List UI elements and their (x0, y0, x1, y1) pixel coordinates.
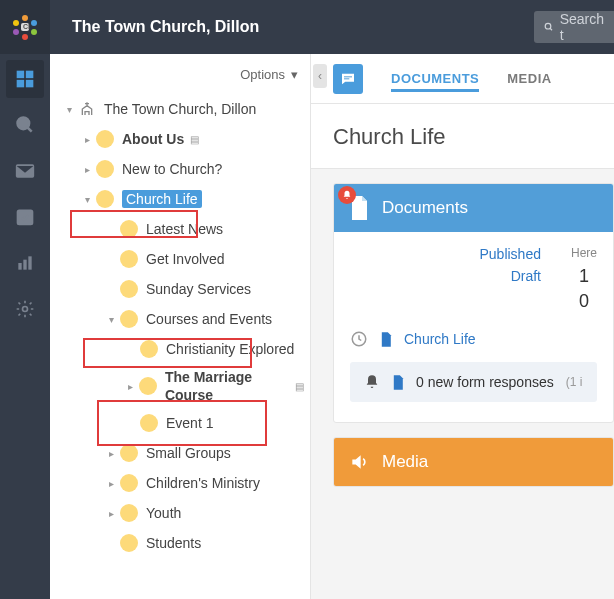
topbar: Ci The Town Church, Dillon Search t (0, 0, 614, 54)
tree-item-students[interactable]: Students (56, 528, 304, 558)
svg-rect-20 (28, 256, 31, 269)
note-icon: ▤ (295, 381, 304, 392)
form-responses-text: 0 new form responses (416, 374, 554, 390)
documents-panel-header: Documents (334, 184, 613, 232)
folder-icon (120, 504, 138, 522)
documents-panel-title: Documents (382, 198, 468, 218)
caret-down-icon: ▾ (82, 194, 92, 205)
nav-mail[interactable] (6, 152, 44, 190)
file-icon (392, 375, 404, 390)
svg-rect-11 (26, 71, 34, 79)
svg-rect-12 (17, 80, 25, 88)
tree-item-church-life[interactable]: ▾ Church Life (56, 184, 304, 214)
nav-stats[interactable] (6, 244, 44, 282)
published-here-value: 1 (571, 266, 597, 287)
tree-item-sunday-services[interactable]: Sunday Services (56, 274, 304, 304)
tree-item-childrens-ministry[interactable]: ▸ Children's Ministry (56, 468, 304, 498)
folder-icon (120, 250, 138, 268)
svg-point-14 (18, 118, 30, 130)
page-title: Church Life (311, 104, 614, 169)
folder-icon (96, 160, 114, 178)
note-icon: ▤ (190, 134, 199, 145)
media-panel-title: Media (382, 452, 428, 472)
tree-root[interactable]: ▾ The Town Church, Dillon (56, 94, 304, 124)
here-header: Here (571, 246, 597, 260)
tree-item-latest-news[interactable]: Latest News (56, 214, 304, 244)
media-panel-header: Media (334, 438, 613, 486)
app-logo[interactable]: Ci (0, 0, 50, 54)
folder-icon (120, 280, 138, 298)
tree-item-get-involved[interactable]: Get Involved (56, 244, 304, 274)
folder-icon (139, 377, 157, 395)
alert-badge (338, 186, 356, 204)
svg-rect-10 (17, 71, 25, 79)
folder-icon (140, 414, 158, 432)
tree-item-christianity-explored[interactable]: Christianity Explored (56, 334, 304, 364)
tab-documents[interactable]: DOCUMENTS (391, 71, 479, 92)
recent-document-row[interactable]: Church Life (350, 330, 597, 348)
calendar-check-icon (15, 207, 35, 227)
documents-stats: Published Draft Here 1 0 (350, 246, 597, 312)
draft-here-value: 0 (571, 291, 597, 312)
clock-icon (350, 330, 368, 348)
tree-item-small-groups[interactable]: ▸ Small Groups (56, 438, 304, 468)
nav-dashboard[interactable] (6, 60, 44, 98)
draft-link[interactable]: Draft (479, 268, 541, 284)
folder-icon (120, 444, 138, 462)
documents-panel: Documents Published Draft Here 1 0 (333, 183, 614, 423)
svg-point-1 (31, 20, 37, 26)
bell-icon (342, 190, 352, 200)
published-link[interactable]: Published (479, 246, 541, 262)
svg-rect-13 (26, 80, 34, 88)
message-icon (340, 71, 356, 87)
svg-point-5 (13, 20, 19, 26)
search-placeholder: Search t (560, 11, 604, 43)
mail-icon (15, 163, 35, 179)
search-input[interactable]: Search t (534, 11, 614, 43)
content-tabs: DOCUMENTS MEDIA (311, 54, 614, 104)
svg-line-9 (550, 28, 552, 30)
svg-point-21 (23, 307, 28, 312)
svg-text:Ci: Ci (23, 23, 30, 30)
caret-right-icon: ▸ (82, 164, 92, 175)
tree-item-courses-events[interactable]: ▾ Courses and Events (56, 304, 304, 334)
svg-point-0 (22, 15, 28, 21)
tab-media[interactable]: MEDIA (507, 71, 551, 86)
media-panel: Media (333, 437, 614, 487)
folder-icon (120, 220, 138, 238)
form-responses-muted: (1 i (566, 375, 583, 389)
svg-point-2 (31, 29, 37, 35)
folder-icon (120, 474, 138, 492)
search-icon (544, 20, 554, 34)
tree-item-marriage-course[interactable]: ▸ The Marriage Course ▤ (56, 364, 304, 408)
tree-item-event-1[interactable]: Event 1 (56, 408, 304, 438)
folder-icon (120, 310, 138, 328)
caret-down-icon: ▾ (64, 104, 74, 115)
svg-point-8 (545, 23, 551, 29)
tab-overview-icon[interactable] (333, 64, 363, 94)
caret-right-icon: ▸ (106, 478, 116, 489)
tree-item-new-to-church[interactable]: ▸ New to Church? (56, 154, 304, 184)
folder-icon (96, 190, 114, 208)
tree-item-youth[interactable]: ▸ Youth (56, 498, 304, 528)
tree: ▾ The Town Church, Dillon ▸ About Us ▤ ▸… (50, 94, 310, 558)
caret-right-icon: ▸ (106, 448, 116, 459)
folder-icon (120, 534, 138, 552)
nav-search[interactable] (6, 106, 44, 144)
nav-settings[interactable] (6, 290, 44, 328)
svg-point-3 (22, 34, 28, 40)
gear-icon (15, 299, 35, 319)
caret-right-icon: ▸ (82, 134, 92, 145)
sidebar-collapse-handle[interactable]: ‹ (313, 64, 327, 88)
svg-point-4 (13, 29, 19, 35)
file-icon (380, 332, 392, 347)
grid-icon (15, 69, 35, 89)
chart-icon (15, 253, 35, 273)
form-responses-row[interactable]: 0 new form responses (1 i (350, 362, 597, 402)
svg-rect-18 (18, 263, 21, 270)
tree-item-about[interactable]: ▸ About Us ▤ (56, 124, 304, 154)
chevron-down-icon: ▾ (291, 67, 298, 82)
bell-icon (364, 374, 380, 390)
tree-options[interactable]: Options ▾ (50, 54, 310, 94)
nav-calendar[interactable] (6, 198, 44, 236)
